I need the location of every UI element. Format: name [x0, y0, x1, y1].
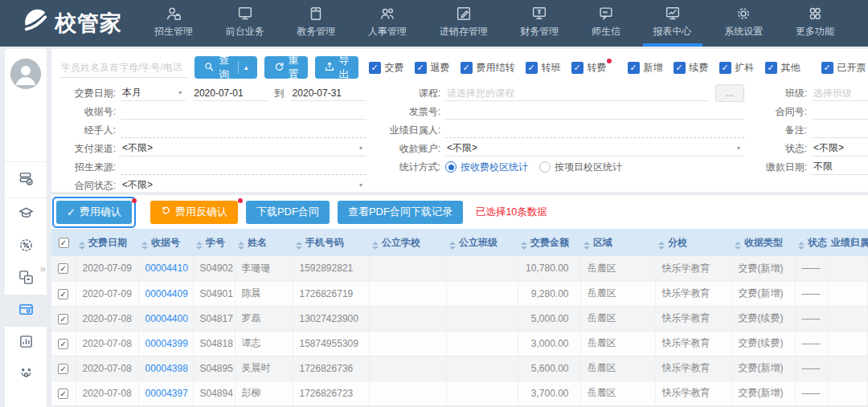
view-pdf-log-button[interactable]: 查看PDF合同下载记录	[338, 201, 463, 224]
table-row[interactable]: ✓ 2020-07-08 00004399 S04818 谭志 15874955…	[51, 331, 868, 356]
col-header-phone[interactable]: 手机号码	[293, 229, 369, 256]
filter-checkbox-fee-transfer[interactable]: ✓转费	[571, 61, 607, 75]
sidebar-item-school[interactable]	[5, 198, 47, 230]
receipt-link[interactable]: 00004397	[145, 388, 188, 399]
col-header-date[interactable]: 交费日期	[76, 229, 138, 256]
query-button[interactable]: 查询 ▴	[194, 56, 257, 79]
row-checkbox[interactable]: ✓	[58, 314, 68, 324]
receipt-no-field[interactable]	[121, 104, 366, 120]
source-field[interactable]	[121, 159, 366, 175]
fee-unconfirm-button[interactable]: 费用反确认	[150, 201, 238, 224]
date-from-field[interactable]	[192, 85, 268, 101]
col-header-region[interactable]: 区域	[580, 229, 655, 256]
sidebar-item-discount[interactable]	[5, 230, 47, 263]
course-input[interactable]	[447, 88, 707, 99]
nav-item-finance[interactable]: 财务管理	[514, 0, 565, 47]
table-row[interactable]: ✓ 2020-07-09 00004409 S04901 陈晨 17268267…	[51, 281, 868, 306]
status-select[interactable]: <不限>	[812, 140, 868, 157]
contract-no-field[interactable]	[812, 104, 868, 120]
receipt-link[interactable]: 00004409	[145, 288, 188, 299]
table-row[interactable]: ✓ 2020-07-08 00004398 S04895 吴晨时 1726826…	[51, 356, 868, 381]
row-checkbox[interactable]: ✓	[58, 263, 68, 274]
invoice-no-field[interactable]	[445, 104, 744, 120]
date-to-field[interactable]	[291, 85, 366, 101]
sidebar-item-data-server[interactable]	[5, 162, 47, 197]
filter-checkbox-refund[interactable]: ✓退费	[415, 61, 450, 75]
row-checkbox[interactable]: ✓	[58, 389, 68, 399]
row-checkbox[interactable]: ✓	[58, 289, 68, 299]
filter-checkbox-pay[interactable]: ✓交费	[369, 61, 404, 75]
receipt-link[interactable]: 00004400	[145, 313, 188, 324]
invoice-no-input[interactable]	[447, 106, 743, 117]
table-row[interactable]: ✓ 2020-07-08 00004397 S04894 彭柳 17268267…	[51, 381, 868, 405]
date-to-input[interactable]	[293, 88, 365, 99]
nav-item-hr[interactable]: 人事管理	[362, 0, 413, 47]
filter-checkbox-carryover[interactable]: ✓费用结转	[461, 61, 515, 75]
sidebar-item-fees[interactable]	[5, 295, 47, 327]
contract-no-input[interactable]	[813, 106, 866, 117]
class-input[interactable]	[813, 88, 866, 99]
remark-field[interactable]	[812, 122, 868, 138]
col-header-owner[interactable]: 业绩归属人	[828, 229, 868, 256]
filter-checkbox-other[interactable]: ✓其他	[765, 61, 800, 75]
nav-item-reports[interactable]: 报表中心	[647, 0, 698, 47]
receipt-link[interactable]: 00004398	[145, 363, 188, 374]
filter-checkbox-expand[interactable]: ✓扩科	[719, 61, 755, 75]
filter-checkbox-invoiced[interactable]: ✓已开票	[821, 61, 866, 75]
course-field[interactable]	[445, 85, 709, 101]
sidebar-item-reports-doc[interactable]	[5, 327, 47, 359]
nav-item-inventory[interactable]: 进销存管理	[433, 0, 494, 47]
nav-item-recruit[interactable]: 招生管理	[148, 0, 199, 47]
nav-item-more[interactable]: 更多功能	[789, 0, 841, 47]
filter-checkbox-new[interactable]: ✓新增	[628, 61, 663, 75]
radio-by-project-campus[interactable]: 按项目校区统计	[539, 161, 622, 174]
receipt-link[interactable]: 00004410	[145, 263, 188, 274]
sidebar-item-monitor[interactable]	[5, 359, 47, 391]
avatar[interactable]	[10, 59, 41, 89]
nav-item-frontdesk[interactable]: 前台业务	[219, 0, 271, 47]
nav-item-academic[interactable]: 教务管理	[290, 0, 342, 47]
filter-checkbox-class-transfer[interactable]: ✓转班	[526, 61, 561, 75]
col-header-student-id[interactable]: 学号	[193, 229, 235, 256]
export-button[interactable]: 导出	[315, 56, 358, 79]
row-checkbox[interactable]: ✓	[58, 364, 68, 374]
contract-status-select[interactable]: <不限>▾	[121, 177, 366, 192]
fee-confirm-button[interactable]: ✓ 费用确认	[56, 201, 132, 224]
radio-by-charging-campus[interactable]: 按收费校区统计	[445, 161, 528, 174]
expand-sidebar-chevron[interactable]: »	[40, 263, 46, 275]
col-header-name[interactable]: 姓名	[235, 229, 293, 256]
receipt-link[interactable]: 00004399	[145, 338, 188, 349]
filter-checkbox-renew[interactable]: ✓续费	[674, 61, 709, 75]
download-pdf-button[interactable]: 下载PDF合同	[246, 201, 330, 224]
nav-item-settings[interactable]: 系统设置	[718, 0, 769, 47]
class-field[interactable]	[812, 85, 868, 101]
search-input[interactable]	[59, 58, 187, 78]
reset-button[interactable]: 重置	[264, 56, 308, 79]
select-all-checkbox[interactable]: ✓	[59, 238, 69, 248]
row-checkbox[interactable]: ✓	[58, 339, 68, 349]
pay-date-select[interactable]: 不限	[812, 159, 868, 175]
source-input[interactable]	[122, 161, 365, 173]
col-header-receipt[interactable]: 收据号	[138, 229, 193, 256]
col-header-status[interactable]: 状态	[795, 229, 828, 256]
date-from-input[interactable]	[194, 88, 266, 99]
account-select[interactable]: <不限>▾	[445, 140, 744, 157]
pay-channel-select[interactable]: <不限>▾	[121, 140, 366, 157]
col-header-amount[interactable]: 交费金额	[518, 229, 580, 256]
handler-field[interactable]	[121, 122, 366, 138]
col-header-branch[interactable]: 分校	[655, 229, 731, 256]
nav-item-messages[interactable]: 师生信	[585, 0, 627, 47]
col-header-receipt-type[interactable]: 收据类型	[731, 229, 795, 256]
course-picker-button[interactable]: ...	[715, 84, 744, 102]
receipt-no-input[interactable]	[122, 106, 365, 117]
owner-field[interactable]	[445, 122, 744, 138]
collapse-filters-icon[interactable]: ▴	[244, 63, 248, 71]
app-logo[interactable]: 校管家	[0, 0, 143, 47]
table-row[interactable]: ✓ 2020-07-08 00004400 S04817 罗磊 13027423…	[51, 306, 868, 331]
owner-input[interactable]	[447, 124, 743, 136]
table-row[interactable]: ✓ 2020-07-09 00004410 S04902 李珊珊 1592892…	[51, 256, 868, 281]
col-header-public-school[interactable]: 公立学校	[369, 229, 446, 256]
date-preset-select[interactable]: 本月▾	[121, 85, 186, 101]
handler-input[interactable]	[122, 124, 365, 136]
remark-input[interactable]	[813, 124, 866, 136]
